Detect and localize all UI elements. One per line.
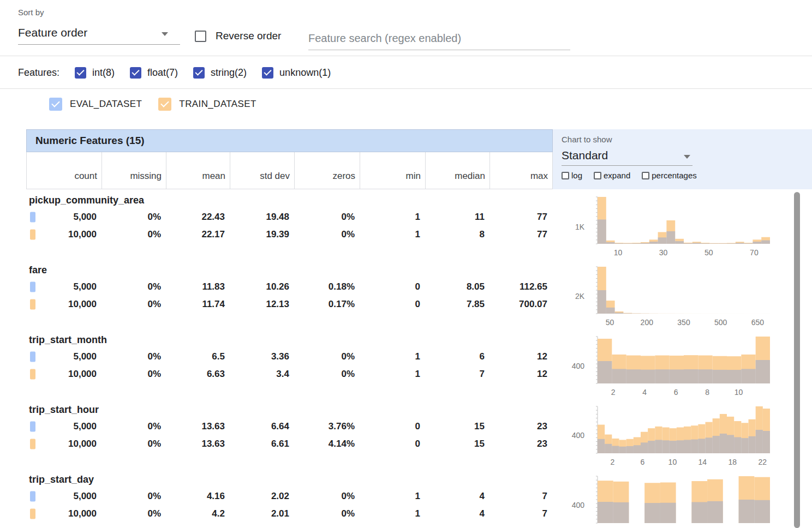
histogram-chart: 50200350500650 <box>588 263 778 330</box>
svg-text:500: 500 <box>714 318 727 327</box>
stat-min: 1 <box>359 508 425 519</box>
column-std-dev: std dev <box>230 152 294 189</box>
stat-min: 1 <box>359 212 425 223</box>
histogram-trip_start_day: 400 <box>553 469 812 528</box>
log-toggle[interactable]: log <box>562 171 582 180</box>
stat-std-dev: 3.4 <box>229 369 294 380</box>
train-checkbox-icon[interactable] <box>158 98 171 111</box>
stat-missing: 0% <box>101 351 165 362</box>
y-axis-label: 1K <box>553 223 584 231</box>
percentages-checkbox[interactable] <box>642 172 649 179</box>
expand-checkbox[interactable] <box>594 172 601 179</box>
stat-std-dev: 2.01 <box>229 508 294 519</box>
stat-max: 12 <box>489 369 552 380</box>
column-median: median <box>425 152 489 189</box>
eval-dataset-marker <box>30 352 35 362</box>
checkbox-checked-icon[interactable] <box>262 67 273 79</box>
stat-median: 15 <box>425 421 489 432</box>
svg-text:14: 14 <box>698 458 707 466</box>
reverse-order-toggle[interactable]: Reverse order <box>195 30 281 42</box>
svg-text:6: 6 <box>674 388 678 397</box>
svg-text:70: 70 <box>750 248 759 257</box>
stat-mean: 11.74 <box>165 299 229 310</box>
train-dataset-marker <box>30 369 35 380</box>
stat-mean: 13.63 <box>165 439 229 449</box>
stats-row-train: 10,0000%11.7412.130.17%07.85700.07 <box>26 296 553 313</box>
train-dataset-toggle[interactable]: TRAIN_DATASET <box>158 98 256 111</box>
stat-std-dev: 19.39 <box>229 229 294 240</box>
stat-max: 77 <box>489 212 552 223</box>
chart-to-show-label: Chart to show <box>562 135 812 144</box>
stat-zeros: 0.18% <box>294 281 359 292</box>
stat-zeros: 0% <box>294 508 359 519</box>
stat-max: 77 <box>489 229 552 240</box>
checkbox-checked-icon[interactable] <box>130 67 141 79</box>
stat-mean: 6.63 <box>165 369 229 380</box>
stat-median: 4 <box>425 508 489 519</box>
stat-std-dev: 3.36 <box>229 351 294 362</box>
stat-count: 10,000 <box>26 508 101 519</box>
stat-zeros: 0% <box>294 351 359 362</box>
stat-min: 0 <box>359 281 425 292</box>
feature-block-trip_start_day: trip_start_day5,0000%4.162.020%14710,000… <box>26 469 812 528</box>
expand-toggle[interactable]: expand <box>594 171 630 180</box>
chart-type-select[interactable]: Standard <box>562 145 692 166</box>
stat-median: 11 <box>425 212 489 223</box>
reverse-order-checkbox[interactable] <box>195 31 206 42</box>
stat-zeros: 0% <box>294 229 359 240</box>
vertical-scrollbar[interactable] <box>794 192 800 528</box>
column-min: min <box>360 152 425 189</box>
stat-count: 10,000 <box>26 299 101 310</box>
filter-item-int[interactable]: int(8) <box>75 67 115 79</box>
stat-mean: 4.16 <box>165 491 229 502</box>
stat-min: 0 <box>359 299 425 310</box>
y-axis-label: 2K <box>553 292 584 301</box>
log-checkbox[interactable] <box>562 172 569 179</box>
stat-min: 0 <box>359 439 425 449</box>
features-label: Features: <box>18 67 59 79</box>
chart-type-value: Standard <box>562 149 608 162</box>
svg-text:50: 50 <box>704 248 713 257</box>
stat-median: 8 <box>425 229 489 240</box>
stat-mean: 22.17 <box>165 229 229 240</box>
filter-item-float[interactable]: float(7) <box>130 67 178 79</box>
checkbox-checked-icon[interactable] <box>193 67 205 79</box>
stat-missing: 0% <box>101 281 165 292</box>
stat-max: 112.65 <box>489 281 552 292</box>
svg-text:10: 10 <box>614 248 623 257</box>
stat-missing: 0% <box>101 508 165 519</box>
sort-by-select[interactable]: Feature order <box>18 23 180 45</box>
stat-max: 700.07 <box>489 299 552 310</box>
stat-median: 7.85 <box>425 299 489 310</box>
stat-std-dev: 19.48 <box>229 212 294 223</box>
stat-missing: 0% <box>101 491 165 502</box>
checkbox-checked-icon[interactable] <box>75 67 86 79</box>
eval-checkbox-icon[interactable] <box>49 98 62 111</box>
filter-item-string[interactable]: string(2) <box>193 67 247 79</box>
svg-text:650: 650 <box>751 318 765 327</box>
chart-panel: Chart to show Standard log expand percen… <box>553 129 812 189</box>
feature-block-trip_start_month: trip_start_month5,0000%6.53.360%161210,0… <box>26 329 812 399</box>
stat-std-dev: 6.61 <box>229 439 294 449</box>
stat-std-dev: 6.64 <box>229 421 294 432</box>
eval-dataset-marker <box>30 282 35 292</box>
eval-dataset-marker <box>30 212 35 223</box>
percentages-toggle[interactable]: percentages <box>642 171 697 180</box>
eval-dataset-toggle[interactable]: EVAL_DATASET <box>49 98 142 111</box>
y-axis-label: 400 <box>553 431 584 440</box>
eval-dataset-marker <box>30 422 35 432</box>
stat-count: 5,000 <box>26 421 101 432</box>
histogram-chart: 2610141822 <box>588 403 778 470</box>
feature-search-input[interactable] <box>308 27 570 50</box>
stat-missing: 0% <box>101 229 165 240</box>
stat-median: 15 <box>425 439 489 449</box>
stat-zeros: 0% <box>294 369 359 380</box>
column-max: max <box>489 152 552 189</box>
stat-median: 7 <box>425 369 489 380</box>
filter-item-unknown[interactable]: unknown(1) <box>262 67 331 79</box>
feature-block-pickup_community_area: pickup_community_area5,0000%22.4319.480%… <box>26 189 812 259</box>
eval-dataset-marker <box>30 491 35 502</box>
filter-item-label: unknown(1) <box>279 67 331 79</box>
feature-block-trip_start_hour: trip_start_hour5,0000%13.636.643.76%0152… <box>26 399 812 469</box>
svg-text:22: 22 <box>758 458 767 466</box>
